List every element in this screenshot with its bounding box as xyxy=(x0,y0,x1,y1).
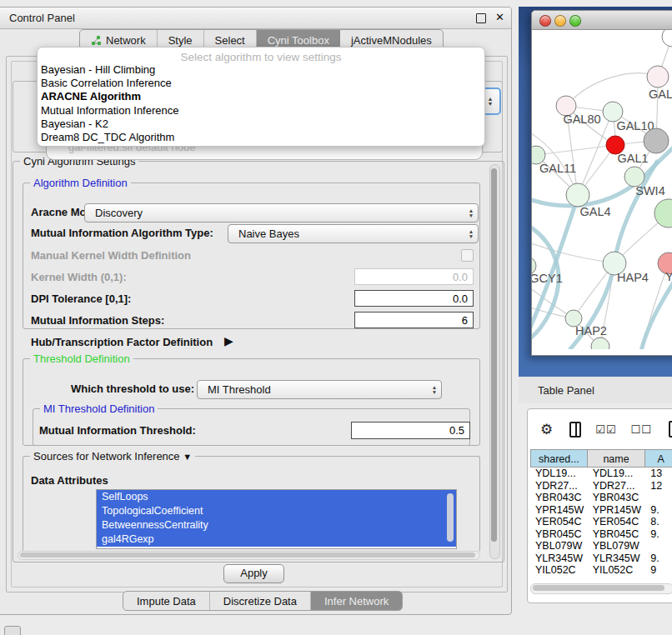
minimize-traffic-light[interactable] xyxy=(554,15,566,27)
table-cell: 12 xyxy=(645,480,672,492)
mi-algorithm-type-combo[interactable]: Naive Bayes ▲▼ xyxy=(228,224,479,243)
table-row[interactable]: YBR045CYBR045C9. xyxy=(530,528,672,541)
table-row[interactable]: YBR043CYBR043C xyxy=(530,492,672,504)
sources-group-title: Sources for Network Inference ▼ xyxy=(30,450,195,462)
screen: Control Panel ✕ NetworkStyleSelectCyni T… xyxy=(0,0,672,635)
network-node[interactable] xyxy=(644,128,669,153)
attribute-item[interactable]: TopologicalCoefficient xyxy=(97,504,456,518)
algorithm-option[interactable]: Basic Correlation Inference xyxy=(38,77,484,90)
manual-kernel-width-label: Manual Kernel Width Definition xyxy=(31,249,191,262)
select-all-icon[interactable]: ☑☑ xyxy=(595,423,616,436)
table-row[interactable]: YPR145WYPR145W9. xyxy=(530,504,672,517)
bottom-tab-impute-data[interactable]: Impute Data xyxy=(123,592,210,610)
table-cell: YLR345W xyxy=(588,552,646,565)
stepper-arrows-icon: ▲▼ xyxy=(464,208,478,218)
network-node[interactable] xyxy=(591,338,609,349)
node-label: GAL4 xyxy=(579,205,610,218)
collapsed-arrow-icon[interactable]: ▶ xyxy=(224,334,233,348)
attribute-item[interactable]: gal4RGexp xyxy=(97,532,456,547)
algorithm-option[interactable]: Mutual Information Inference xyxy=(38,104,484,118)
network-node[interactable] xyxy=(662,30,672,47)
table-cell: 9. xyxy=(645,504,672,517)
close-traffic-light[interactable] xyxy=(539,15,551,27)
table-row[interactable]: YER054CYER054C8. xyxy=(530,516,672,528)
which-threshold-label: Which threshold to use: xyxy=(71,382,194,395)
threshold-definition-title: Threshold Definition xyxy=(30,352,133,365)
kernel-width-field[interactable]: 0.0 xyxy=(354,268,474,285)
which-threshold-value: MI Threshold xyxy=(198,383,428,396)
column-header-name[interactable]: name xyxy=(588,449,646,468)
network-canvas[interactable]: GALGAL80GAL10GAL1GAL11SWI4GAL4GCY1HAP4YH… xyxy=(532,30,672,349)
control-panel-title: Control Panel xyxy=(9,12,75,24)
algorithm-dropdown-popup: Select algorithm to view settings Bayesi… xyxy=(37,47,485,147)
table-cell: YDR27... xyxy=(530,480,588,492)
mi-threshold-field[interactable]: 0.5 xyxy=(351,422,470,439)
dpi-tolerance-label: DPI Tolerance [0,1]: xyxy=(31,292,131,305)
manual-kernel-width-checkbox[interactable] xyxy=(461,249,474,262)
deselect-all-icon[interactable]: ☐☐ xyxy=(631,423,652,436)
table-header-row: shared...nameA xyxy=(530,449,672,468)
zoom-traffic-light[interactable] xyxy=(569,15,581,27)
apply-button[interactable]: Apply xyxy=(223,564,284,583)
mi-steps-field[interactable]: 6 xyxy=(354,312,474,328)
column-header-A[interactable]: A xyxy=(645,449,672,468)
tab-label: Cyni Toolbox xyxy=(268,34,329,47)
mi-threshold-group-title: MI Threshold Definition xyxy=(40,402,158,415)
hub-definition-label[interactable]: Hub/Transcription Factor Definition xyxy=(31,336,213,348)
network-view-window: GALGAL80GAL10GAL1GAL11SWI4GAL4GCY1HAP4YH… xyxy=(531,10,672,356)
algorithm-option[interactable]: ARACNE Algorithm xyxy=(38,90,484,103)
table-cell: YBR045C xyxy=(588,528,646,541)
algorithm-list: Bayesian - Hill ClimbingBasic Correlatio… xyxy=(38,63,484,144)
expanded-arrow-icon[interactable]: ▼ xyxy=(183,452,192,462)
bottom-left-widget[interactable] xyxy=(4,626,21,635)
data-attributes-list[interactable]: SelfLoopsTopologicalCoefficientBetweenne… xyxy=(96,489,457,549)
attribute-item[interactable]: SelfLoops xyxy=(97,490,456,504)
table-row[interactable]: YDL19...YDL19...13 xyxy=(530,468,672,480)
tab-label: Select xyxy=(215,34,245,47)
bottom-tab-bar: Impute DataDiscretize DataInfer Network xyxy=(123,591,403,611)
table-horizontal-scrollbar[interactable] xyxy=(530,583,672,594)
data-attributes-label: Data Attributes xyxy=(31,474,108,487)
settings-horizontal-scrollbar[interactable] xyxy=(18,551,480,560)
table-row[interactable]: YIL052CYIL052C9 xyxy=(530,564,672,577)
dpi-tolerance-field[interactable]: 0.0 xyxy=(354,290,474,307)
float-window-icon[interactable] xyxy=(476,13,486,23)
table-cell: YDL19... xyxy=(530,468,588,480)
aracne-mode-value: Discovery xyxy=(85,207,464,219)
node-label: HAP4 xyxy=(617,271,649,284)
table-hscroll-thumb[interactable] xyxy=(533,585,664,591)
settings-vertical-scrollbar[interactable] xyxy=(489,164,500,559)
network-window-titlebar xyxy=(532,11,672,30)
table-cell: YBR043C xyxy=(588,492,646,504)
settings-gear-icon[interactable]: ⚙ xyxy=(540,421,553,438)
table-cell: 9. xyxy=(645,528,672,541)
table-row[interactable]: YBL079WYBL079W xyxy=(530,540,672,552)
node-label: GAL xyxy=(649,88,672,101)
which-threshold-combo[interactable]: MI Threshold ▲▼ xyxy=(197,380,442,399)
algorithm-option[interactable]: Bayesian - K2 xyxy=(38,118,484,131)
tab-label: jActiveMNodules xyxy=(351,34,432,47)
settings-scrollbar-thumb[interactable] xyxy=(491,168,497,542)
table-cell: YER054C xyxy=(530,516,588,528)
column-header-shared...[interactable]: shared... xyxy=(530,449,588,468)
attributes-scrollbar[interactable] xyxy=(447,493,454,542)
algorithm-option[interactable]: Dream8 DC_TDC Algorithm xyxy=(38,131,484,144)
attribute-item[interactable]: BetweennessCentrality xyxy=(97,518,456,532)
table-row[interactable]: YLR345WYLR345W9. xyxy=(530,552,672,565)
close-icon[interactable]: ✕ xyxy=(495,11,504,23)
network-node-gal[interactable] xyxy=(647,66,669,88)
algorithm-option[interactable]: Bayesian - Hill Climbing xyxy=(38,63,484,77)
network-node-gal4[interactable] xyxy=(566,183,589,207)
bottom-tab-infer-network[interactable]: Infer Network xyxy=(311,592,402,610)
bottom-tab-discretize-data[interactable]: Discretize Data xyxy=(210,592,311,610)
columns-icon[interactable] xyxy=(569,422,581,438)
aracne-mode-combo[interactable]: Discovery ▲▼ xyxy=(84,203,479,222)
table-cell: 8. xyxy=(645,516,672,528)
node-label: SWI4 xyxy=(635,184,664,198)
table-cell xyxy=(645,492,672,504)
table-row[interactable]: YDR27...YDR27...12 xyxy=(530,480,672,492)
settings-hscrollbar-thumb[interactable] xyxy=(20,552,475,558)
network-icon xyxy=(91,35,102,46)
table-cell xyxy=(645,540,672,552)
document-icon[interactable] xyxy=(669,421,672,438)
